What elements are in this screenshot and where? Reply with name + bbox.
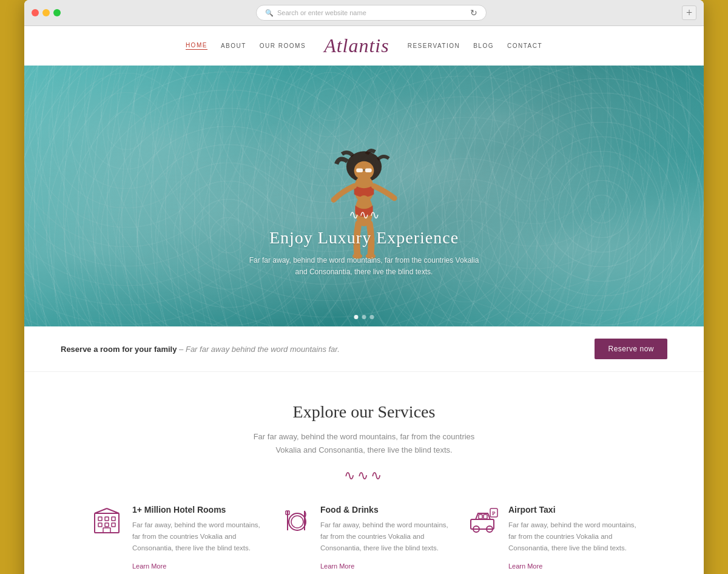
navigation: HOME ABOUT OUR ROOMS Atlantis RESERVATIO… bbox=[24, 26, 704, 66]
service-taxi-desc: Far far away, behind the word mountains,… bbox=[508, 519, 637, 554]
svg-rect-12 bbox=[112, 517, 115, 521]
address-bar-area: 🔍 Search or enter website name ↻ bbox=[67, 5, 676, 21]
close-button[interactable] bbox=[32, 9, 39, 16]
service-hotel-title: 1+ Million Hotel Rooms bbox=[132, 505, 261, 515]
maximize-button[interactable] bbox=[53, 9, 61, 16]
hero-dot-1[interactable] bbox=[354, 315, 359, 319]
browser-window: 🔍 Search or enter website name ↻ + HOME … bbox=[24, 0, 704, 574]
service-food-title: Food & Drinks bbox=[320, 505, 449, 515]
nav-contact[interactable]: CONTACT bbox=[507, 42, 542, 49]
nav-blog[interactable]: BLOG bbox=[473, 42, 494, 49]
reserve-dash: – bbox=[177, 345, 185, 354]
service-hotel-content: 1+ Million Hotel Rooms Far far away, beh… bbox=[132, 505, 261, 571]
hotel-icon bbox=[91, 505, 123, 536]
search-icon: 🔍 bbox=[265, 9, 274, 17]
service-taxi: P Airport Taxi Far far away, behind the … bbox=[467, 505, 637, 571]
service-hotel-link[interactable]: Learn More bbox=[132, 562, 166, 570]
services-subtitle: Far far away, behind the word mountains,… bbox=[249, 430, 479, 457]
hero-dot-3[interactable] bbox=[370, 315, 374, 319]
reserve-bold-text: Reserve a room for your family bbox=[61, 345, 177, 354]
browser-toolbar: 🔍 Search or enter website name ↻ + bbox=[24, 0, 704, 26]
hero-section: ∿∿∿ Enjoy Luxury Experience Far far away… bbox=[24, 66, 704, 326]
address-bar[interactable]: 🔍 Search or enter website name ↻ bbox=[256, 5, 487, 21]
taxi-icon: P bbox=[467, 505, 499, 536]
service-taxi-link[interactable]: Learn More bbox=[508, 562, 542, 570]
reserve-text: Reserve a room for your family – Far far… bbox=[61, 345, 340, 354]
services-title: Explore our Services bbox=[49, 402, 679, 422]
nav-about[interactable]: ABOUT bbox=[221, 42, 246, 49]
svg-rect-2 bbox=[356, 169, 363, 172]
service-food-desc: Far far away, behind the word mountains,… bbox=[320, 519, 449, 554]
services-section: Explore our Services Far far away, behin… bbox=[24, 372, 704, 574]
services-grid: 1+ Million Hotel Rooms Far far away, beh… bbox=[91, 505, 637, 571]
nav-reservation[interactable]: RESERVATION bbox=[408, 42, 460, 49]
nav-home[interactable]: HOME bbox=[186, 42, 207, 50]
svg-rect-31 bbox=[484, 515, 487, 519]
svg-rect-14 bbox=[105, 523, 109, 527]
service-food-content: Food & Drinks Far far away, behind the w… bbox=[320, 505, 449, 571]
hero-title: Enjoy Luxury Experience bbox=[243, 228, 485, 248]
nav-rooms[interactable]: OUR ROOMS bbox=[260, 42, 306, 49]
refresh-button[interactable]: ↻ bbox=[470, 8, 477, 18]
traffic-lights bbox=[32, 9, 61, 16]
svg-rect-16 bbox=[103, 528, 110, 533]
svg-text:P: P bbox=[492, 510, 496, 516]
reserve-now-button[interactable]: Reserve now bbox=[595, 339, 667, 359]
food-icon bbox=[279, 505, 311, 536]
address-text: Search or enter website name bbox=[277, 9, 366, 16]
service-taxi-title: Airport Taxi bbox=[508, 505, 637, 515]
svg-rect-13 bbox=[98, 523, 102, 527]
svg-rect-11 bbox=[105, 517, 109, 521]
website-content: HOME ABOUT OUR ROOMS Atlantis RESERVATIO… bbox=[24, 26, 704, 574]
hero-wave-icon: ∿∿∿ bbox=[243, 208, 485, 222]
hero-slider-dots bbox=[354, 315, 374, 319]
service-food-link[interactable]: Learn More bbox=[320, 562, 354, 570]
hero-content: ∿∿∿ Enjoy Luxury Experience Far far away… bbox=[243, 208, 485, 278]
svg-rect-30 bbox=[479, 515, 482, 519]
service-hotel: 1+ Million Hotel Rooms Far far away, beh… bbox=[91, 505, 261, 571]
service-hotel-desc: Far far away, behind the word mountains,… bbox=[132, 519, 261, 554]
hero-subtitle: Far far away, behind the word mountains,… bbox=[243, 255, 485, 278]
minimize-button[interactable] bbox=[42, 9, 50, 16]
reserve-bar: Reserve a room for your family – Far far… bbox=[24, 326, 704, 372]
service-food: Food & Drinks Far far away, behind the w… bbox=[279, 505, 449, 571]
reserve-italic-text: Far far away behind the word mountains f… bbox=[186, 345, 340, 354]
svg-rect-10 bbox=[98, 517, 102, 521]
svg-rect-15 bbox=[112, 523, 115, 527]
nav-links-right: RESERVATION BLOG CONTACT bbox=[408, 42, 542, 49]
new-tab-button[interactable]: + bbox=[682, 5, 696, 20]
svg-line-17 bbox=[95, 508, 107, 513]
svg-point-27 bbox=[291, 516, 303, 528]
hero-dot-2[interactable] bbox=[362, 315, 366, 319]
svg-line-18 bbox=[107, 508, 119, 513]
service-taxi-content: Airport Taxi Far far away, behind the wo… bbox=[508, 505, 637, 571]
svg-rect-3 bbox=[365, 169, 372, 172]
nav-links-left: HOME ABOUT OUR ROOMS bbox=[186, 42, 306, 50]
services-divider: ∿∿∿ bbox=[49, 468, 679, 484]
site-logo[interactable]: Atlantis bbox=[324, 35, 389, 57]
